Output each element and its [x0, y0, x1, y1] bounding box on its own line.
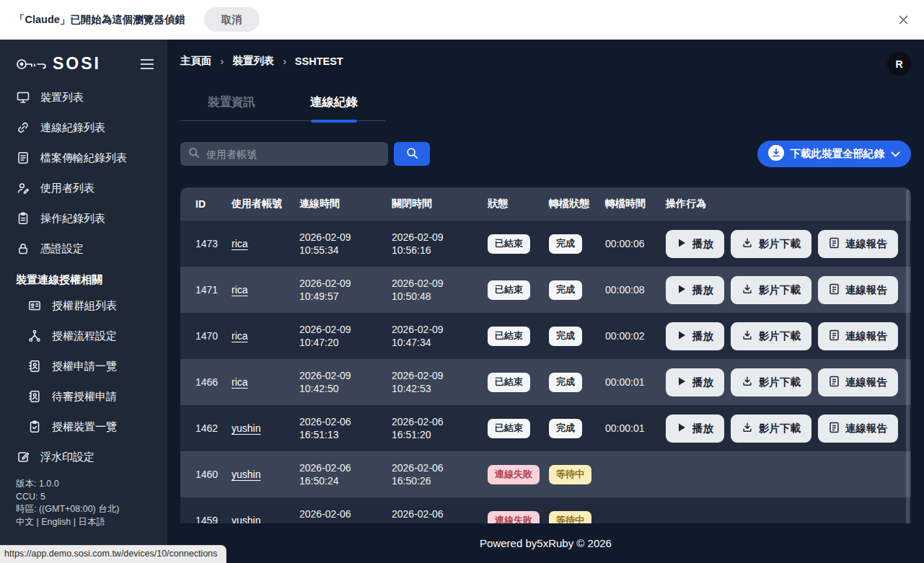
row-id: 1462	[195, 422, 232, 434]
col-user: 使用者帳號	[232, 198, 299, 210]
sidebar-item-label: 授權流程設定	[52, 329, 117, 343]
table-row: 1471 rica 2026-02-0910:49:57 2026-02-091…	[180, 267, 911, 313]
user-link[interactable]: yushin	[232, 422, 260, 434]
video-download-button[interactable]: 影片下載	[731, 322, 811, 350]
table-row: 1460 yushin 2026-02-0616:50:24 2026-02-0…	[180, 451, 911, 497]
report-button[interactable]: 連線報告	[818, 415, 898, 443]
sidebar-item-label: 操作紀錄列表	[40, 212, 105, 226]
sidebar-item-pending-requests[interactable]: 待審授權申請	[0, 381, 167, 412]
timezone-text: 時區: ((GMT+08:00) 台北)	[16, 503, 151, 516]
play-icon	[677, 238, 687, 250]
user-link[interactable]: rica	[232, 238, 248, 249]
connect-time: 2026-02-0910:49:57	[299, 277, 392, 303]
sidebar-item-users[interactable]: 使用者列表	[0, 173, 167, 203]
sidebar-item-file-transfers[interactable]: 檔案傳輸紀錄列表	[0, 143, 167, 173]
sidebar-item-auth-groups[interactable]: 授權群組列表	[0, 291, 167, 321]
sidebar-item-devices[interactable]: 裝置列表	[0, 82, 167, 112]
key-logo-icon	[16, 57, 46, 71]
menu-icon[interactable]	[140, 58, 154, 70]
sidebar-item-label: 浮水印設定	[40, 451, 94, 464]
table-header: ID 使用者帳號 連線時間 關閉時間 狀態 轉檔狀態 轉檔時間 操作行為	[180, 187, 911, 221]
convert-status-badge: 完成	[549, 280, 582, 300]
sidebar-item-auth-devices[interactable]: 授權裝置一覽	[0, 412, 167, 442]
status-badge: 已結束	[488, 234, 530, 254]
user-edit-icon	[16, 181, 30, 195]
tab-connection-records[interactable]: 連線紀錄	[283, 87, 385, 120]
table-row: 1470 rica 2026-02-0910:47:20 2026-02-091…	[180, 313, 911, 359]
avatar[interactable]: R	[887, 52, 911, 76]
id-card-icon	[27, 298, 42, 313]
status-bar-url: https://app.demo.sosi.com.tw/devices/10/…	[0, 545, 226, 563]
row-actions: 播放 影片下載 連線報告	[666, 230, 911, 258]
connect-time: 2026-02-0616:50:24	[299, 461, 392, 488]
report-button[interactable]: 連線報告	[818, 322, 898, 350]
document-icon	[829, 376, 840, 389]
row-id: 1470	[195, 330, 232, 342]
breadcrumb-home[interactable]: 主頁面	[180, 54, 212, 68]
toolbar: 下載此裝置全部紀錄	[180, 141, 911, 167]
table-row: 1462 yushin 2026-02-0616:51:13 2026-02-0…	[180, 405, 911, 451]
search-button[interactable]	[394, 142, 430, 166]
sidebar-item-auth-requests[interactable]: 授權申請一覽	[0, 351, 167, 381]
report-button[interactable]: 連線報告	[818, 230, 898, 258]
cancel-button[interactable]: 取消	[204, 7, 260, 32]
row-actions: 播放 影片下載 連線報告	[666, 368, 911, 396]
tab-device-info[interactable]: 裝置資訊	[180, 87, 283, 120]
lock-icon	[16, 241, 30, 256]
sidebar-item-auth-flow[interactable]: 授權流程設定	[0, 321, 167, 351]
search-input[interactable]	[206, 148, 381, 160]
convert-time: 00:00:02	[605, 330, 666, 342]
sidebar-item-label: 裝置列表	[40, 91, 84, 105]
flow-icon	[27, 329, 42, 343]
sidebar-item-label: 授權群組列表	[52, 299, 117, 313]
connect-time: 2026-02-0616:51:13	[299, 415, 392, 442]
report-button[interactable]: 連線報告	[818, 276, 898, 304]
sidebar-item-connections[interactable]: 連線紀錄列表	[0, 112, 167, 143]
search-icon	[188, 146, 200, 161]
play-button[interactable]: 播放	[666, 276, 724, 304]
video-download-button[interactable]: 影片下載	[731, 415, 811, 443]
play-button[interactable]: 播放	[666, 415, 724, 443]
download-all-records-button[interactable]: 下載此裝置全部紀錄	[757, 141, 912, 167]
link-icon	[16, 120, 30, 135]
sidebar-item-watermark[interactable]: 浮水印設定	[0, 442, 167, 472]
footer-text: Powered by5xRuby © 2026	[480, 537, 612, 549]
play-icon	[677, 284, 687, 296]
user-link[interactable]: rica	[232, 284, 248, 296]
language-switcher[interactable]: 中文 | English | 日本語	[16, 516, 151, 529]
convert-time: 00:00:08	[605, 284, 666, 296]
download-icon	[742, 422, 753, 435]
table-scrollbar[interactable]	[906, 190, 910, 541]
page-footer: Powered by5xRuby © 2026	[167, 523, 924, 563]
convert-status-badge: 完成	[549, 327, 582, 346]
row-id: 1466	[195, 376, 232, 388]
breadcrumb-devices[interactable]: 裝置列表	[232, 54, 274, 68]
report-button[interactable]: 連線報告	[818, 368, 898, 396]
play-button[interactable]: 播放	[666, 230, 724, 258]
video-download-button[interactable]: 影片下載	[731, 368, 811, 396]
row-actions: 播放 影片下載 連線報告	[666, 322, 911, 350]
user-link[interactable]: rica	[232, 330, 248, 342]
play-button[interactable]: 播放	[666, 322, 724, 350]
video-download-button[interactable]: 影片下載	[731, 276, 811, 304]
close-icon[interactable]	[897, 14, 910, 26]
document-icon	[829, 283, 840, 297]
convert-time: 00:00:01	[605, 376, 666, 388]
convert-time: 00:00:06	[605, 238, 666, 249]
convert-status-badge: 完成	[549, 373, 582, 392]
user-link[interactable]: rica	[232, 376, 248, 388]
sidebar-item-certificates[interactable]: 憑證設定	[0, 234, 167, 264]
user-link[interactable]: yushin	[232, 469, 260, 480]
edit-icon	[16, 450, 30, 464]
status-badge: 已結束	[488, 280, 530, 300]
debug-banner-message: 「Claude」已開始為這個瀏覽器偵錯	[14, 13, 185, 27]
tabs: 裝置資訊 連線紀錄	[180, 87, 385, 121]
status-badge: 已結束	[488, 373, 530, 392]
document-icon	[829, 237, 840, 251]
status-badge: 連線失敗	[488, 465, 540, 484]
active-tab-indicator	[311, 120, 357, 123]
sidebar-item-operations[interactable]: 操作紀錄列表	[0, 203, 167, 234]
video-download-button[interactable]: 影片下載	[731, 230, 811, 258]
play-button[interactable]: 播放	[666, 368, 724, 396]
ccu-text: CCU: 5	[16, 491, 151, 504]
